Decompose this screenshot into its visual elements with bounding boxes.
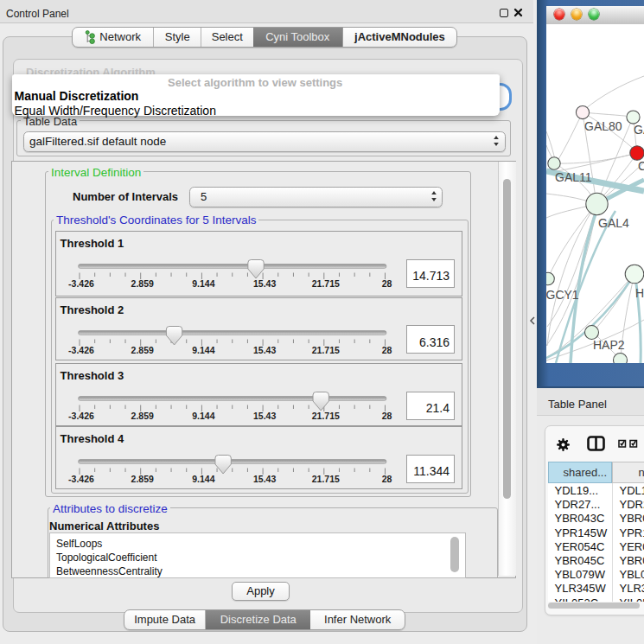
svg-text:GAL80: GAL80 [584, 119, 622, 133]
svg-text:-3.426: -3.426 [68, 474, 94, 484]
svg-text:2.859: 2.859 [131, 278, 154, 289]
svg-text:HAP2: HAP2 [593, 338, 625, 352]
svg-text:2.859: 2.859 [131, 411, 154, 421]
svg-text:9.144: 9.144 [192, 411, 214, 421]
svg-text:28: 28 [382, 474, 392, 484]
svg-text:-3.426: -3.426 [68, 411, 94, 421]
svg-text:28: 28 [382, 278, 392, 289]
svg-text:28: 28 [382, 411, 392, 421]
svg-text:GAL11: GAL11 [555, 170, 592, 184]
svg-text:9.144: 9.144 [192, 474, 214, 484]
svg-text:C: C [638, 159, 644, 173]
svg-text:21.715: 21.715 [312, 278, 340, 289]
svg-text:GCY1: GCY1 [546, 288, 579, 302]
svg-text:28: 28 [382, 345, 392, 355]
svg-text:GAL4: GAL4 [598, 216, 629, 230]
svg-text:2.859: 2.859 [131, 474, 154, 484]
svg-text:GA: GA [634, 123, 644, 137]
svg-text:15.43: 15.43 [253, 345, 276, 355]
svg-text:-3.426: -3.426 [68, 345, 94, 355]
svg-text:-3.426: -3.426 [68, 278, 94, 289]
svg-text:21.715: 21.715 [312, 411, 340, 421]
svg-text:9.144: 9.144 [192, 278, 214, 289]
svg-text:21.715: 21.715 [312, 345, 340, 355]
svg-text:21.715: 21.715 [312, 474, 340, 484]
svg-text:2.859: 2.859 [131, 345, 154, 355]
svg-text:15.43: 15.43 [253, 474, 276, 484]
svg-text:9.144: 9.144 [192, 345, 214, 355]
svg-text:15.43: 15.43 [253, 278, 276, 289]
svg-text:15.43: 15.43 [253, 411, 276, 421]
svg-text:H: H [635, 286, 644, 300]
